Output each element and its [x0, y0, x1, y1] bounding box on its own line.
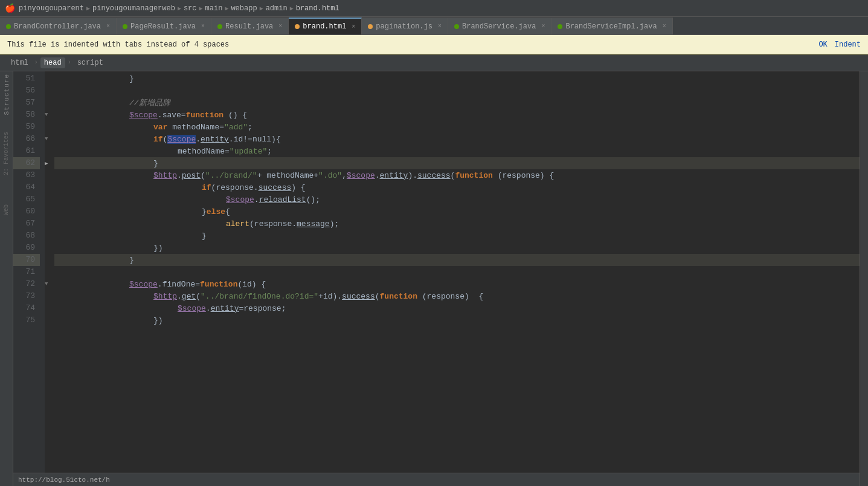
code-line-67: alert(response.message); — [54, 218, 860, 230]
code-line-64: if(response.success) { — [54, 181, 860, 193]
tab-label: PageResult.java — [130, 22, 196, 31]
line-num-68: 68 — [13, 230, 40, 242]
line-num-67: 67 — [13, 218, 40, 230]
line-num-61: 61 — [13, 145, 40, 157]
notification-actions: OK Indent — [818, 40, 861, 49]
tab-brandhtml[interactable]: brand.html × — [289, 18, 362, 34]
tab-close[interactable]: × — [663, 23, 666, 30]
code-line-66: if($scope.entity.id!=null){ — [54, 133, 860, 145]
tab-brandcontroller[interactable]: BrandController.java × — [0, 18, 117, 34]
line-num-51: 51 — [13, 73, 40, 85]
line-num-69: 69 — [13, 242, 40, 254]
line-num-72: 72 — [13, 278, 40, 290]
tab-bar: BrandController.java × PageResult.java ×… — [0, 17, 868, 35]
code-line-68: } — [54, 230, 860, 242]
code-line-59: var methodName="add"; — [54, 121, 860, 133]
code-lines: } //新增品牌 $scope.save=function () { var m… — [54, 71, 860, 486]
line-num-56: 56 — [13, 85, 40, 97]
tab-brandservice[interactable]: BrandService.java × — [448, 18, 551, 34]
code-line-73: $http.get("../brand/findOne.do?id="+id).… — [54, 290, 860, 302]
tab-label: BrandController.java — [14, 22, 101, 31]
breadcrumb-file[interactable]: brand.html — [296, 4, 339, 13]
tab-close[interactable]: × — [438, 23, 442, 30]
line-num-62: 62 — [13, 157, 40, 169]
fold-66[interactable]: ▼ — [45, 133, 54, 145]
tab-dot — [123, 24, 127, 29]
line-num-58: 58 — [13, 109, 40, 121]
breadcrumb: pinyougouparent ▶ pinyougoumanagerweb ▶ … — [19, 4, 339, 13]
title-bar: 🍎 pinyougouparent ▶ pinyougoumanagerweb … — [0, 0, 868, 17]
code-line-58: $scope.save=function () { — [54, 109, 860, 121]
tab-label: brand.html — [303, 22, 346, 31]
left-panel: Structure 2: Favorites Web — [0, 71, 13, 486]
tab-result[interactable]: Result.java × — [211, 18, 289, 34]
main-layout: Structure 2: Favorites Web 51 56 57 58 5… — [0, 71, 868, 486]
line-num-65: 65 — [13, 193, 40, 206]
tab-close[interactable]: × — [201, 23, 205, 30]
line-num-63: 63 — [13, 169, 40, 181]
code-area[interactable]: 51 56 57 58 59 66 61 62 63 64 65 60 67 6… — [13, 71, 860, 486]
code-line-71 — [54, 266, 860, 278]
fold-58[interactable]: ▼ — [45, 109, 54, 121]
notification-bar: This file is indented with tabs instead … — [0, 35, 868, 54]
favorites-label: 2: Favorites — [3, 132, 10, 175]
notification-ok[interactable]: OK — [818, 40, 827, 49]
tab-dot — [368, 24, 373, 29]
line-num-73: 73 — [13, 290, 40, 302]
tab-close[interactable]: × — [352, 24, 355, 30]
tab-label: BrandServiceImpl.java — [565, 22, 657, 31]
tab-close[interactable]: × — [106, 23, 110, 30]
code-nav-head[interactable]: head — [40, 57, 65, 68]
line-num-74: 74 — [13, 302, 40, 314]
code-line-72: $scope.findOne=function(id) { — [54, 278, 860, 290]
breadcrumb-webapp[interactable]: webapp — [231, 4, 257, 13]
fold-62[interactable]: ▶ — [45, 157, 54, 169]
notification-message: This file is indented with tabs instead … — [7, 40, 229, 49]
code-line-75: }) — [54, 314, 860, 326]
right-scroll-panel[interactable] — [860, 71, 868, 486]
code-line-74: $scope.entity=response; — [54, 302, 860, 314]
code-nav: html › head › script — [0, 54, 868, 71]
tab-dot — [6, 24, 11, 29]
tab-brandserviceimpl[interactable]: BrandServiceImpl.java × — [551, 18, 672, 34]
fold-72[interactable]: ▼ — [45, 278, 54, 290]
status-text: http://blog.51cto.net/h — [18, 476, 110, 484]
tab-close[interactable]: × — [278, 23, 282, 30]
notification-indent[interactable]: Indent — [835, 40, 861, 49]
fold-column: ▼ ▼ ▶ ▼ — [45, 71, 54, 486]
web-label: Web — [3, 204, 10, 215]
code-nav-script[interactable]: script — [74, 57, 107, 68]
tab-dot — [454, 24, 459, 29]
code-line-70: } — [54, 254, 860, 266]
tab-label: BrandService.java — [462, 22, 536, 31]
tab-pageresult[interactable]: PageResult.java × — [117, 18, 211, 34]
tab-dot — [295, 24, 300, 29]
code-line-61: methodName="update"; — [54, 145, 860, 157]
line-num-71: 71 — [13, 266, 40, 278]
line-num-59: 59 — [13, 121, 40, 133]
tab-dot — [558, 24, 562, 29]
structure-label: Structure — [3, 74, 10, 115]
breadcrumb-project[interactable]: pinyougouparent — [19, 4, 84, 13]
breadcrumb-admin[interactable]: admin — [266, 4, 288, 13]
breadcrumb-main[interactable]: main — [205, 4, 223, 13]
breadcrumb-module[interactable]: pinyougoumanagerweb — [92, 4, 175, 13]
breadcrumb-src[interactable]: src — [184, 4, 197, 13]
code-nav-html[interactable]: html — [7, 57, 32, 68]
editor-container: 51 56 57 58 59 66 61 62 63 64 65 60 67 6… — [13, 71, 860, 486]
line-num-57: 57 — [13, 97, 40, 109]
tab-paginationjs[interactable]: pagination.js × — [362, 18, 448, 34]
tab-dot — [217, 24, 222, 29]
app-logo: 🍎 — [5, 3, 15, 13]
code-line-62: } — [54, 157, 860, 169]
code-line-69: }) — [54, 242, 860, 254]
code-line-63: $http.post("../brand/"+ methodName+".do"… — [54, 169, 860, 181]
code-line-56 — [54, 85, 860, 97]
line-num-66: 66 — [13, 133, 40, 145]
line-numbers: 51 56 57 58 59 66 61 62 63 64 65 60 67 6… — [13, 71, 45, 486]
tab-label: pagination.js — [376, 22, 432, 31]
status-bar: http://blog.51cto.net/h — [13, 473, 860, 486]
code-line-60: }else{ — [54, 206, 860, 218]
tab-close[interactable]: × — [541, 23, 545, 30]
code-line-65: $scope.reloadList(); — [54, 193, 860, 206]
